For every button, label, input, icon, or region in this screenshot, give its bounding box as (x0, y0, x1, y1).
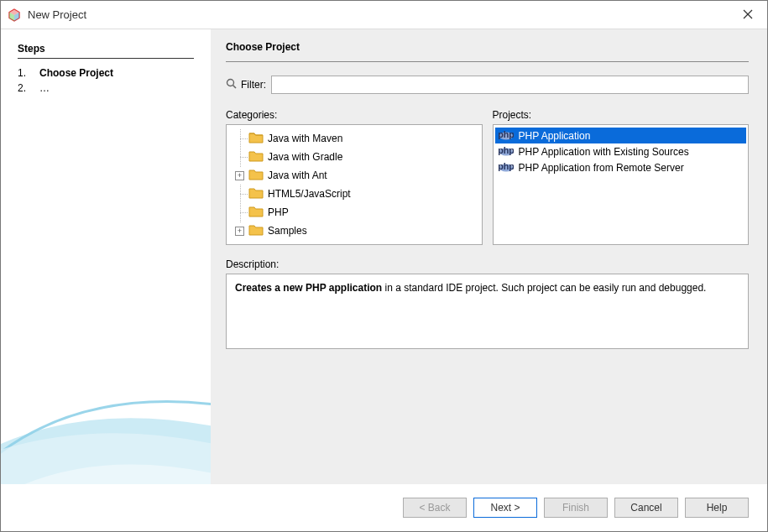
description-box: Creates a new PHP application in a stand… (226, 274, 749, 349)
svg-text:php: php (499, 163, 514, 171)
folder-icon (248, 149, 264, 164)
expand-icon[interactable]: + (235, 227, 244, 236)
steps-sidebar: Steps 1. Choose Project 2. … (1, 29, 211, 484)
content-pane: Choose Project Filter: Categories: (211, 29, 767, 484)
php-icon: php (499, 130, 514, 142)
finish-button: Finish (544, 498, 608, 518)
steps-rule (18, 58, 194, 59)
tree-connector (235, 208, 244, 217)
categories-column: Categories: Java with Maven Java with Gr… (226, 109, 483, 245)
help-button[interactable]: Help (685, 498, 749, 518)
projects-label: Projects: (493, 109, 750, 121)
folder-icon (248, 168, 264, 183)
categories-label: Categories: (226, 109, 483, 121)
tree-connector (235, 190, 244, 199)
filter-row: Filter: (226, 76, 749, 94)
folder-icon (248, 186, 264, 201)
project-label: PHP Application (519, 130, 591, 142)
step-item: 1. Choose Project (18, 67, 194, 79)
close-button[interactable] (735, 8, 760, 22)
category-item-samples[interactable]: + Samples (230, 222, 478, 240)
search-icon (226, 78, 238, 92)
tree-connector (235, 153, 244, 162)
categories-tree: Java with Maven Java with Gradle + Java … (227, 125, 482, 244)
svg-line-7 (233, 85, 237, 88)
step-label: Choose Project (39, 67, 113, 79)
step-number: 2. (18, 82, 29, 94)
filter-label-group: Filter: (226, 78, 266, 92)
projects-list: php PHP Application php PHP Application … (494, 125, 749, 178)
expand-icon[interactable]: + (235, 171, 244, 180)
lists-row: Categories: Java with Maven Java with Gr… (226, 109, 749, 245)
filter-input[interactable] (271, 76, 749, 94)
description-lead: Creates a new PHP application (235, 282, 382, 294)
project-label: PHP Application from Remote Server (519, 162, 684, 174)
button-bar: < Back Next > Finish Cancel Help (1, 484, 767, 531)
folder-icon (248, 223, 264, 238)
main-area: Steps 1. Choose Project 2. … Choose Proj… (1, 29, 767, 484)
tree-connector (235, 134, 244, 143)
category-label: Java with Ant (268, 170, 327, 181)
category-item-java-maven[interactable]: Java with Maven (230, 129, 478, 148)
back-button: < Back (403, 498, 467, 518)
folder-icon (248, 205, 264, 220)
category-label: Samples (268, 225, 307, 237)
category-label: HTML5/JavaScript (268, 188, 351, 200)
php-icon: php (499, 146, 514, 158)
description-block: Description: Creates a new PHP applicati… (226, 258, 749, 349)
projects-listbox[interactable]: php PHP Application php PHP Application … (493, 124, 750, 245)
step-number: 1. (18, 67, 29, 79)
svg-text:php: php (499, 147, 514, 155)
category-label: PHP (268, 206, 289, 218)
category-item-html5js[interactable]: HTML5/JavaScript (230, 185, 478, 203)
steps-list: 1. Choose Project 2. … (18, 67, 194, 94)
titlebar: New Project (1, 1, 767, 29)
project-item-php-app[interactable]: php PHP Application (495, 128, 747, 143)
description-rest: in a standard IDE project. Such project … (382, 282, 706, 294)
project-item-php-existing[interactable]: php PHP Application with Existing Source… (495, 143, 747, 159)
steps-heading: Steps (18, 43, 194, 55)
decor-swoosh (1, 283, 211, 484)
project-label: PHP Application with Existing Sources (519, 146, 689, 158)
category-item-php[interactable]: PHP (230, 203, 478, 222)
category-item-java-gradle[interactable]: Java with Gradle (230, 148, 478, 166)
folder-icon (248, 131, 264, 146)
pane-rule (226, 61, 749, 62)
category-label: Java with Gradle (268, 151, 342, 163)
pane-heading: Choose Project (226, 41, 749, 53)
svg-point-6 (227, 79, 234, 86)
step-item: 2. … (18, 82, 194, 94)
cancel-button[interactable]: Cancel (614, 498, 678, 518)
projects-column: Projects: php PHP Application php PHP Ap… (493, 109, 750, 245)
svg-text:php: php (499, 131, 514, 139)
app-icon (8, 8, 21, 22)
description-label: Description: (226, 258, 749, 270)
categories-listbox[interactable]: Java with Maven Java with Gradle + Java … (226, 124, 483, 245)
filter-label: Filter: (241, 79, 266, 91)
category-item-java-ant[interactable]: + Java with Ant (230, 166, 478, 185)
php-icon: php (499, 162, 514, 174)
category-label: Java with Maven (268, 133, 342, 144)
window-title: New Project (28, 8, 735, 21)
project-item-php-remote[interactable]: php PHP Application from Remote Server (495, 159, 747, 175)
step-label: … (39, 82, 50, 94)
next-button[interactable]: Next > (473, 498, 537, 518)
